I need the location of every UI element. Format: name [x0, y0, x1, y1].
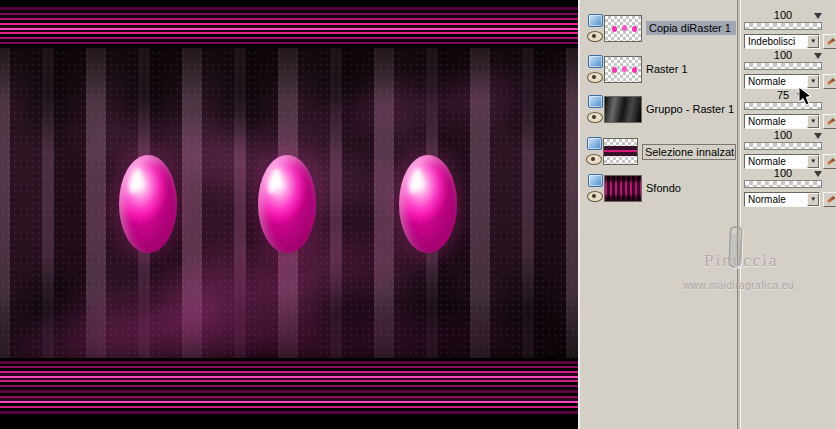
raster-layer-icon — [588, 14, 603, 27]
raster-layer-icon — [588, 174, 603, 187]
layer-row[interactable]: Raster 1 — [586, 53, 736, 89]
layer-controls: 100 Normale ▼ — [744, 50, 836, 89]
blend-mode-select[interactable]: Indebolisci ▼ — [744, 34, 820, 49]
opacity-slider[interactable] — [744, 180, 822, 188]
layer-controls: 100 Indebolisci ▼ — [744, 10, 836, 49]
opacity-slider[interactable] — [744, 142, 822, 150]
opacity-slider-thumb[interactable] — [814, 53, 822, 59]
chevron-down-icon[interactable]: ▼ — [807, 35, 819, 48]
layer-name[interactable]: Gruppo - Raster 1 — [646, 102, 736, 116]
opacity-value: 100 — [744, 168, 822, 179]
opacity-slider-thumb[interactable] — [814, 13, 822, 19]
screenshot: Copia diRaster 1 Raster 1 Gruppo - Raste… — [0, 0, 836, 429]
pink-egg — [258, 155, 316, 253]
layer-thumbnail[interactable] — [604, 96, 642, 123]
layer-controls: 75 Normale ▼ — [744, 90, 836, 129]
canvas-image — [0, 0, 578, 429]
layer-thumbnail[interactable] — [603, 138, 638, 165]
eye-icon[interactable] — [587, 112, 603, 123]
layer-icon-column — [586, 93, 604, 123]
eye-icon[interactable] — [587, 31, 603, 42]
opacity-readout: 100 — [744, 50, 822, 61]
opacity-slider[interactable] — [744, 62, 822, 70]
opacity-value: 100 — [744, 50, 822, 61]
layer-name[interactable]: Raster 1 — [646, 62, 736, 76]
pink-egg — [399, 155, 457, 253]
layer-icon-column — [586, 135, 603, 165]
eye-icon[interactable] — [587, 191, 603, 202]
blend-mode-value: Indebolisci — [745, 35, 807, 48]
opacity-readout: 100 — [744, 168, 822, 179]
layer-controls: 100 Normale ▼ — [744, 168, 836, 207]
layer-row[interactable]: Selezione innalzata — [586, 135, 736, 171]
opacity-value: 100 — [744, 130, 822, 141]
layer-icon-column — [586, 172, 604, 202]
raster-layer-icon — [587, 137, 602, 150]
egg-socket — [239, 128, 335, 280]
opacity-slider-thumb[interactable] — [814, 133, 822, 139]
opacity-value: 100 — [744, 10, 822, 21]
raster-layer-icon — [588, 55, 603, 68]
bottom-stripes-border — [0, 358, 578, 420]
layer-icon-column — [586, 53, 604, 83]
group-layer-icon — [588, 95, 603, 108]
link-toggle-button[interactable] — [823, 192, 836, 207]
layer-row[interactable]: Gruppo - Raster 1 — [586, 93, 736, 129]
opacity-readout: 100 — [744, 130, 822, 141]
link-toggle-button[interactable] — [823, 34, 836, 49]
opacity-slider[interactable] — [744, 22, 822, 30]
layer-controls: 100 Normale ▼ — [744, 130, 836, 169]
layer-row[interactable]: Copia diRaster 1 — [586, 12, 736, 48]
link-toggle-button[interactable] — [823, 114, 836, 129]
layer-name[interactable]: Sfondo — [646, 181, 736, 195]
layer-name[interactable]: Selezione innalzata — [642, 144, 736, 160]
blend-mode-select[interactable]: Normale ▼ — [744, 114, 820, 129]
eye-icon[interactable] — [586, 154, 602, 165]
blend-mode-select[interactable]: Normale ▼ — [744, 192, 820, 207]
paperclip-icon — [728, 226, 742, 268]
layers-panel: Copia diRaster 1 Raster 1 Gruppo - Raste… — [578, 0, 836, 429]
eye-icon[interactable] — [587, 72, 603, 83]
chevron-down-icon[interactable]: ▼ — [807, 155, 819, 168]
pink-egg — [119, 155, 177, 253]
opacity-readout: 100 — [744, 10, 822, 21]
link-toggle-button[interactable] — [823, 154, 836, 169]
egg-socket — [380, 128, 476, 280]
layer-thumbnail[interactable] — [604, 15, 642, 42]
panel-divider — [737, 0, 741, 429]
chevron-down-icon[interactable]: ▼ — [807, 115, 819, 128]
layer-thumbnail[interactable] — [604, 175, 642, 202]
top-stripes-border — [0, 4, 578, 48]
opacity-slider-thumb[interactable] — [814, 171, 822, 177]
chevron-down-icon[interactable]: ▼ — [807, 193, 819, 206]
blend-mode-value: Normale — [745, 115, 807, 128]
cursor-arrow-icon — [798, 86, 812, 110]
layer-row[interactable]: Sfondo — [586, 172, 736, 208]
layer-thumbnail[interactable] — [604, 56, 642, 83]
layer-icon-column — [586, 12, 604, 42]
layer-name[interactable]: Copia diRaster 1 — [646, 21, 736, 35]
egg-socket — [100, 128, 196, 280]
blend-mode-value: Normale — [745, 193, 807, 206]
link-toggle-button[interactable] — [823, 74, 836, 89]
